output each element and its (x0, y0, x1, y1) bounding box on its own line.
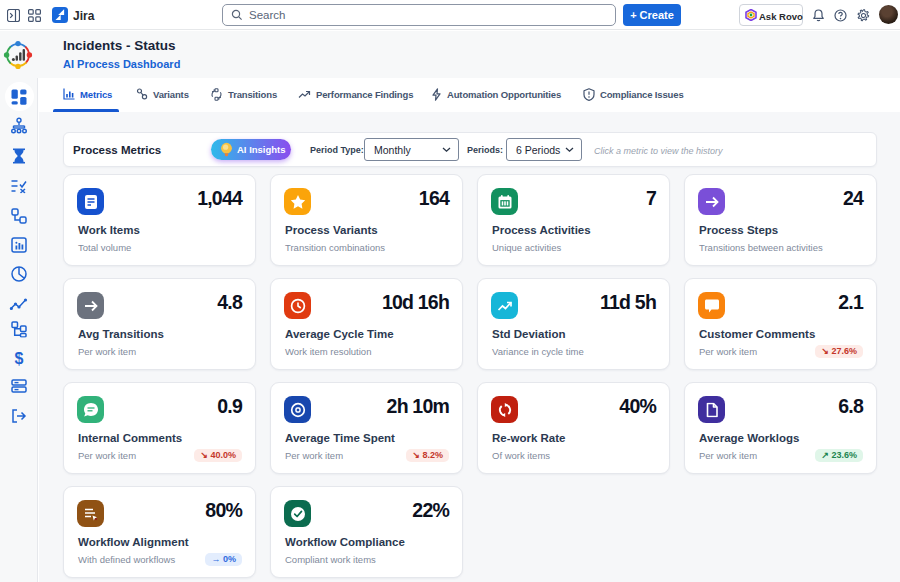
svg-text:$: $ (14, 350, 23, 367)
